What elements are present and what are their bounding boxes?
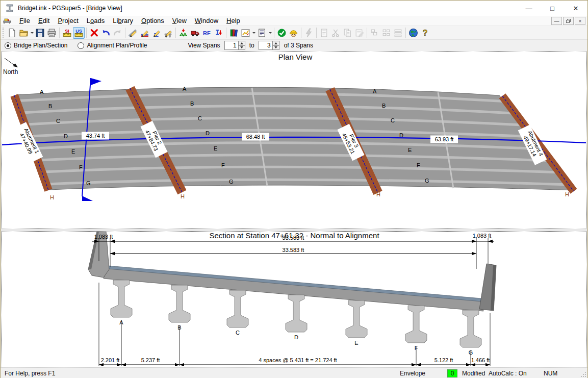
edit-alignment-button[interactable] [127, 27, 139, 39]
edit-bridge-section-button[interactable] [139, 27, 150, 39]
maximize-icon[interactable]: □ [541, 1, 564, 16]
open-dropdown-icon[interactable] [30, 27, 34, 39]
help-button[interactable]: ? [419, 27, 431, 39]
view-spans-label: View Spans [188, 42, 220, 49]
open-button[interactable] [18, 27, 30, 39]
toolbar-grip[interactable] [3, 28, 5, 38]
menu-edit[interactable]: Edit [34, 16, 54, 26]
svg-text:A: A [373, 88, 377, 94]
span-to-input[interactable] [259, 41, 272, 49]
mdi-close-icon[interactable]: × [575, 17, 585, 25]
library-button[interactable] [228, 27, 240, 39]
svg-text:?: ? [423, 29, 428, 37]
menu-loads[interactable]: Loads [83, 16, 109, 26]
rating-factor-button[interactable]: RF [201, 27, 213, 39]
mdi-minimize-icon[interactable]: — [551, 17, 562, 25]
undo-icon [101, 28, 111, 38]
menu-file[interactable]: File [15, 16, 34, 26]
svg-text:F: F [221, 162, 225, 168]
menu-project[interactable]: Project [54, 16, 82, 26]
svg-text:H: H [50, 194, 54, 200]
section-view-drawing[interactable]: Section at Station 47+61.32 - Normal to … [2, 232, 586, 366]
close-icon[interactable]: ✕ [564, 1, 587, 16]
load-rating-button[interactable] [213, 27, 224, 39]
span-from-input[interactable] [225, 41, 238, 49]
us-units-button[interactable]: US [73, 27, 85, 39]
section-view-pane[interactable]: Section at Station 47+61.32 - Normal to … [2, 231, 586, 367]
span-1-length: 43.74 ft [86, 133, 105, 139]
menu-options[interactable]: Options [137, 16, 168, 26]
save-button[interactable] [34, 27, 46, 39]
si-units-button[interactable]: SI [61, 27, 73, 39]
status-modified: Modified [462, 370, 485, 377]
graphs-dropdown-icon[interactable] [251, 27, 256, 39]
design-girder-button[interactable] [288, 27, 299, 39]
mdi-restore-icon[interactable] [563, 17, 574, 25]
window-layout-1-button[interactable]: a [369, 27, 380, 39]
girder-a [111, 280, 132, 317]
graphs-button[interactable] [240, 27, 251, 39]
status-autocalc[interactable]: AutoCalc : On [489, 370, 527, 377]
delete-button[interactable] [88, 27, 100, 39]
spacing-mid-dim: 4 spaces @ 5.431 ft = 21.724 ft [259, 357, 337, 363]
properties-button[interactable] [353, 27, 365, 39]
world-button[interactable] [407, 27, 419, 39]
span-to-down-icon[interactable] [273, 45, 279, 50]
status-envelope: Envelope [400, 370, 425, 377]
document-icon [3, 17, 11, 25]
menu-library[interactable]: Library [109, 16, 137, 26]
globe-icon [408, 28, 418, 38]
span-to-up-icon[interactable] [273, 41, 279, 45]
menu-window[interactable]: Window [191, 16, 222, 26]
window-layout-3-button[interactable] [392, 27, 404, 39]
autocalc-button[interactable] [303, 27, 315, 39]
redo-button[interactable] [112, 27, 123, 39]
insert-report-button[interactable] [318, 27, 330, 39]
north-label: North [3, 68, 18, 75]
bottom-dimension-arrows [99, 363, 490, 366]
menu-view[interactable]: View [168, 16, 191, 26]
svg-text:F: F [417, 162, 420, 168]
structural-analysis-button[interactable] [177, 27, 189, 39]
edit-pier-button[interactable] [162, 27, 174, 39]
print-button[interactable] [46, 27, 58, 39]
overall-width-dim-1: 33.583 ft [283, 235, 304, 241]
edit-girder-button[interactable] [150, 27, 162, 39]
us-units-icon: US [74, 28, 84, 38]
girder-h-labels: HH HH [50, 191, 569, 200]
delete-x-icon [89, 28, 99, 38]
edit-bridge-section-icon [140, 28, 149, 38]
reports-button[interactable] [256, 27, 268, 39]
resize-grip-icon[interactable] [580, 371, 586, 377]
right-barrier[interactable] [479, 264, 496, 311]
bridge-plan-section-radio[interactable] [5, 42, 11, 49]
plan-view-pane[interactable]: Plan View North [2, 51, 586, 229]
status-help-text: For Help, press F1 [5, 370, 55, 377]
copy-button[interactable] [342, 27, 353, 39]
svg-text:C: C [236, 330, 240, 336]
span-from-down-icon[interactable] [239, 45, 245, 50]
top-dimension-lines [92, 238, 494, 269]
girder-d [286, 295, 307, 332]
right-overhang-dim: 1.466 ft [471, 357, 490, 363]
spacing-ab-dim: 5.237 ft [141, 357, 160, 363]
span-from-up-icon[interactable] [239, 41, 245, 45]
check-specification-button[interactable] [276, 27, 288, 39]
svg-text:SI: SI [65, 28, 69, 33]
undo-button[interactable] [100, 27, 112, 39]
svg-text:D: D [206, 130, 210, 136]
reports-dropdown-icon[interactable] [268, 27, 272, 39]
edit-girder-icon [151, 28, 161, 38]
new-button[interactable] [6, 27, 18, 39]
moving-load-button[interactable] [189, 27, 201, 39]
alignment-plan-profile-radio[interactable] [78, 42, 84, 49]
left-overhang-dim: 2.201 ft [101, 357, 120, 363]
cut-button[interactable] [330, 27, 342, 39]
plan-view-drawing[interactable]: Plan View North [2, 52, 586, 229]
svg-text:D: D [399, 132, 403, 138]
menu-help[interactable]: Help [222, 16, 244, 26]
minimize-icon[interactable]: — [517, 1, 541, 16]
library-books-icon [229, 28, 239, 38]
window-layout-2-button[interactable] [380, 27, 392, 39]
svg-text:G: G [86, 180, 91, 186]
